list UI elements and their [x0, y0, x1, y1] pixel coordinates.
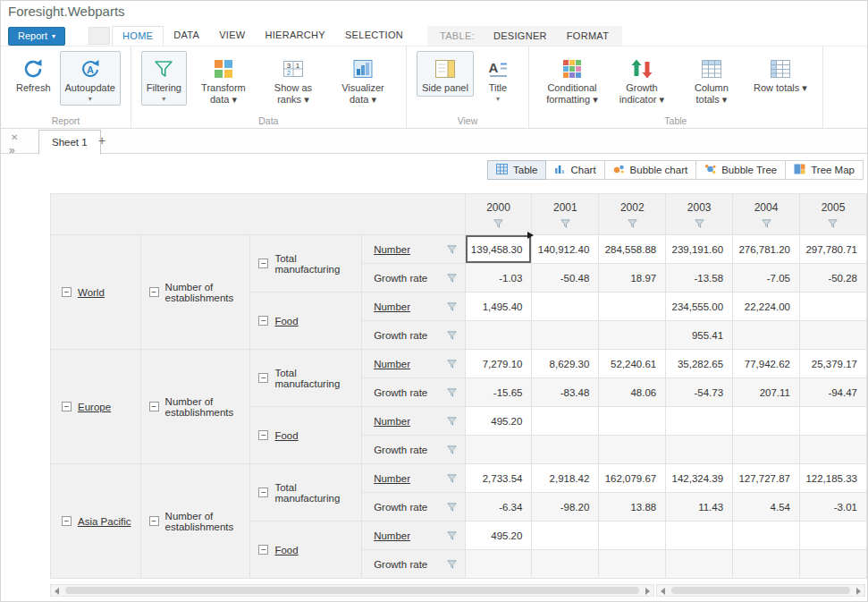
data-cell[interactable] [465, 550, 532, 579]
expand-panel-icon[interactable]: » [9, 144, 15, 157]
row-totals-button[interactable]: Row totals ▾ [748, 51, 813, 97]
data-cell[interactable] [799, 436, 866, 464]
collapse-minus-icon[interactable]: − [149, 287, 159, 297]
filter-funnel-icon[interactable] [447, 360, 457, 369]
region-link[interactable]: Europe [78, 402, 111, 412]
conditional-formatting-button[interactable]: Conditional formatting ▾ [539, 51, 605, 108]
data-cell[interactable]: 495.20 [465, 521, 532, 550]
data-cell[interactable]: -3.01 [799, 493, 866, 521]
data-cell[interactable] [733, 521, 800, 550]
autoupdate-button[interactable]: AAutoupdate▾ [60, 51, 121, 106]
filter-funnel-icon[interactable] [762, 219, 771, 228]
ribbon-tab-data[interactable]: DATA [164, 26, 209, 46]
filter-funnel-icon[interactable] [628, 219, 637, 228]
ribbon-tab-selection[interactable]: SELECTION [335, 26, 413, 46]
ribbon-tab-designer[interactable]: DESIGNER [484, 27, 557, 46]
data-cell[interactable]: -94.47 [799, 378, 866, 407]
filter-funnel-icon[interactable] [447, 445, 457, 454]
sheet-tab[interactable]: Sheet 1 [38, 130, 101, 155]
table-view-button[interactable]: Table [487, 160, 547, 180]
data-cell[interactable] [799, 407, 866, 436]
data-cell[interactable] [532, 550, 599, 579]
collapse-minus-icon[interactable]: − [258, 259, 268, 268]
data-cell[interactable] [733, 436, 800, 464]
data-cell[interactable]: -15.65 [465, 378, 532, 407]
metric-label[interactable]: Number [374, 301, 410, 312]
data-cell[interactable] [666, 436, 733, 464]
data-cell[interactable] [666, 550, 733, 579]
scroll-right-icon[interactable] [645, 588, 650, 595]
filtering-button[interactable]: Filtering▾ [141, 51, 187, 106]
data-cell[interactable]: 4.54 [733, 493, 800, 521]
data-cell[interactable] [599, 436, 666, 464]
data-cell[interactable]: -50.28 [799, 264, 866, 293]
data-cell[interactable]: 13.88 [599, 493, 666, 521]
industry-link[interactable]: Food [274, 430, 298, 441]
data-cell[interactable]: 11.43 [666, 493, 733, 521]
collapse-minus-icon[interactable]: − [62, 516, 72, 526]
data-cell[interactable]: 207.11 [733, 378, 800, 407]
collapse-minus-icon[interactable]: − [149, 516, 159, 526]
industry-link[interactable]: Food [274, 545, 298, 555]
filter-funnel-icon[interactable] [447, 245, 457, 254]
collapse-minus-icon[interactable]: − [258, 316, 268, 326]
chart-view-button[interactable]: Chart [545, 160, 604, 180]
scrollbar-thumb[interactable] [671, 587, 850, 594]
collapse-minus-icon[interactable]: − [258, 373, 268, 383]
data-cell[interactable]: 239,191.60 [666, 235, 733, 264]
title-button[interactable]: ATitle▾ [477, 51, 518, 106]
data-cell[interactable]: -6.34 [465, 493, 532, 521]
data-cell[interactable] [532, 436, 599, 464]
data-cell[interactable] [666, 521, 733, 550]
data-cell[interactable]: 234,555.00 [666, 293, 733, 321]
scrollbar-thumb[interactable] [65, 587, 639, 594]
collapse-minus-icon[interactable]: − [258, 545, 268, 555]
data-cell[interactable]: -1.03 [465, 264, 532, 293]
filter-funnel-icon[interactable] [447, 331, 457, 340]
scroll-left-icon[interactable] [661, 588, 665, 595]
filter-funnel-icon[interactable] [447, 560, 457, 569]
filter-funnel-icon[interactable] [447, 302, 457, 311]
data-cell[interactable] [599, 521, 666, 550]
horizontal-scrollbar-right[interactable] [656, 584, 865, 597]
data-cell[interactable]: 8,629.30 [532, 350, 599, 378]
filter-funnel-icon[interactable] [828, 219, 838, 228]
data-cell[interactable] [799, 550, 866, 579]
tree-map-view-button[interactable]: Tree Map [785, 160, 864, 180]
filter-funnel-icon[interactable] [560, 219, 570, 228]
bubble-chart-view-button[interactable]: Bubble chart [604, 160, 697, 180]
data-cell[interactable]: 297,780.71 [799, 235, 866, 264]
ribbon-tab-home[interactable]: HOME [112, 26, 164, 46]
filter-funnel-icon[interactable] [447, 274, 457, 283]
close-icon[interactable]: ✕ [11, 132, 18, 142]
data-cell[interactable]: 22,224.00 [733, 293, 800, 321]
data-cell[interactable] [532, 321, 599, 350]
data-cell[interactable] [599, 407, 666, 436]
data-cell[interactable]: 276,781.20 [733, 235, 800, 264]
data-cell[interactable] [599, 550, 666, 579]
report-menu-button[interactable]: Report ▾ [8, 27, 65, 46]
data-cell[interactable] [666, 407, 733, 436]
filter-funnel-icon[interactable] [447, 531, 457, 540]
collapse-minus-icon[interactable]: − [149, 402, 159, 411]
data-cell[interactable] [733, 407, 800, 436]
data-cell[interactable]: 495.20 [465, 407, 532, 436]
filter-funnel-icon[interactable] [695, 219, 704, 228]
data-cell[interactable]: 139,458.30 [465, 235, 532, 264]
data-cell[interactable] [465, 436, 532, 464]
refresh-button[interactable]: Refresh [11, 51, 56, 97]
ribbon-tab-view[interactable]: VIEW [209, 26, 255, 46]
data-cell[interactable] [599, 321, 666, 350]
data-cell[interactable] [799, 321, 866, 350]
collapse-minus-icon[interactable]: − [258, 430, 268, 440]
data-cell[interactable]: 48.06 [599, 378, 666, 407]
industry-link[interactable]: Food [274, 316, 298, 326]
data-cell[interactable]: -83.48 [532, 378, 599, 407]
bubble-tree-view-button[interactable]: Bubble Tree [695, 160, 786, 180]
data-cell[interactable]: 25,379.17 [799, 350, 866, 378]
show-as-ranks-button[interactable]: 312Show as ranks ▾ [260, 51, 326, 108]
data-cell[interactable] [733, 550, 800, 579]
scroll-right-icon[interactable] [856, 588, 861, 595]
data-cell[interactable]: 2,918.42 [532, 464, 599, 493]
data-cell[interactable]: 142,324.39 [666, 464, 733, 493]
